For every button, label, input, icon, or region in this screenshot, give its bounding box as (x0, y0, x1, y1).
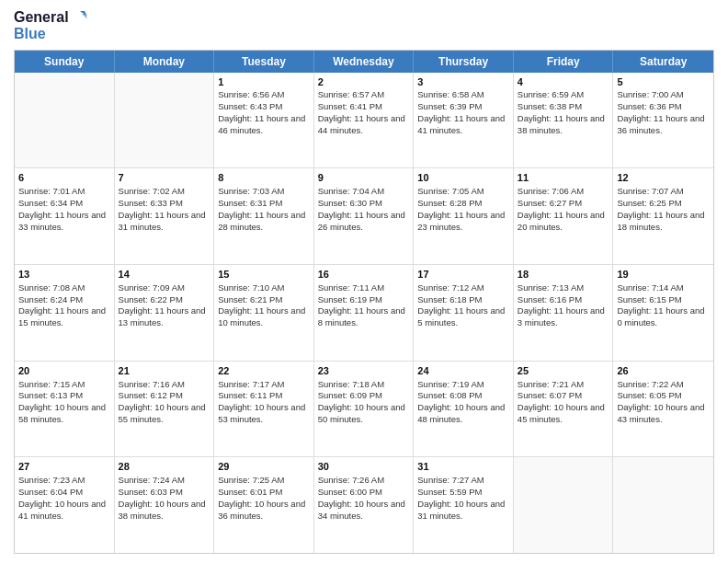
sunrise-text: Sunrise: 7:07 AM (617, 186, 683, 196)
day-number: 9 (318, 171, 410, 185)
day-number: 17 (417, 268, 509, 282)
calendar-cell: 24Sunrise: 7:19 AMSunset: 6:08 PMDayligh… (414, 362, 514, 457)
daylight-text: Daylight: 11 hours and 3 minutes. (518, 305, 605, 327)
daylight-text: Daylight: 10 hours and 34 minutes. (318, 499, 405, 521)
calendar-cell (15, 73, 115, 168)
day-number: 5 (617, 75, 710, 89)
daylight-text: Daylight: 11 hours and 15 minutes. (18, 305, 106, 327)
sunset-text: Sunset: 6:21 PM (218, 294, 282, 304)
daylight-text: Daylight: 11 hours and 18 minutes. (617, 210, 704, 232)
header-cell-tuesday: Tuesday (214, 51, 314, 73)
calendar-cell: 7Sunrise: 7:02 AMSunset: 6:33 PMDaylight… (115, 168, 215, 264)
sunrise-text: Sunrise: 7:16 AM (119, 379, 185, 389)
sunset-text: Sunset: 6:36 PM (617, 101, 681, 111)
calendar-cell: 22Sunrise: 7:17 AMSunset: 6:11 PMDayligh… (214, 362, 314, 457)
calendar-cell: 13Sunrise: 7:08 AMSunset: 6:24 PMDayligh… (15, 265, 115, 361)
calendar-cell: 12Sunrise: 7:07 AMSunset: 6:25 PMDayligh… (613, 168, 713, 264)
sunrise-text: Sunrise: 7:17 AM (218, 379, 284, 389)
calendar-cell: 3Sunrise: 6:58 AMSunset: 6:39 PMDaylight… (414, 73, 514, 168)
daylight-text: Daylight: 11 hours and 5 minutes. (417, 305, 505, 327)
logo-text-general: General (14, 9, 69, 26)
calendar-cell: 10Sunrise: 7:05 AMSunset: 6:28 PMDayligh… (414, 168, 514, 264)
sunset-text: Sunset: 6:12 PM (119, 390, 183, 400)
day-number: 23 (318, 364, 410, 378)
calendar-cell: 4Sunrise: 6:59 AMSunset: 6:38 PMDaylight… (514, 73, 614, 168)
day-number: 4 (518, 75, 609, 89)
calendar-cell: 25Sunrise: 7:21 AMSunset: 6:07 PMDayligh… (514, 362, 614, 457)
daylight-text: Daylight: 11 hours and 41 minutes. (417, 113, 505, 135)
sunset-text: Sunset: 6:34 PM (18, 198, 83, 208)
day-number: 1 (218, 75, 310, 89)
calendar-cell (514, 457, 614, 553)
day-number: 30 (318, 460, 410, 474)
header-cell-sunday: Sunday (15, 51, 115, 73)
sunrise-text: Sunrise: 7:14 AM (617, 282, 683, 293)
daylight-text: Daylight: 10 hours and 31 minutes. (417, 499, 505, 521)
sunrise-text: Sunrise: 7:19 AM (417, 379, 483, 389)
sunset-text: Sunset: 6:16 PM (518, 294, 582, 304)
sunrise-text: Sunrise: 7:26 AM (318, 475, 384, 485)
day-number: 6 (18, 171, 110, 185)
sunset-text: Sunset: 6:01 PM (218, 487, 282, 497)
calendar-cell: 30Sunrise: 7:26 AMSunset: 6:00 PMDayligh… (314, 457, 415, 553)
sunrise-text: Sunrise: 7:09 AM (119, 282, 185, 293)
calendar-cell: 19Sunrise: 7:14 AMSunset: 6:15 PMDayligh… (613, 265, 713, 361)
sunset-text: Sunset: 6:15 PM (617, 294, 681, 304)
sunrise-text: Sunrise: 7:24 AM (119, 475, 185, 485)
daylight-text: Daylight: 11 hours and 10 minutes. (218, 305, 305, 327)
page: General Blue SundayMondayTuesdayWednesda… (0, 0, 728, 563)
header-cell-saturday: Saturday (613, 51, 713, 73)
day-number: 28 (119, 460, 210, 474)
calendar-cell: 31Sunrise: 7:27 AMSunset: 5:59 PMDayligh… (414, 457, 514, 553)
sunset-text: Sunset: 6:22 PM (119, 294, 183, 304)
daylight-text: Daylight: 10 hours and 38 minutes. (119, 499, 206, 521)
logo-text-blue: Blue (14, 26, 87, 42)
daylight-text: Daylight: 11 hours and 23 minutes. (417, 210, 505, 232)
daylight-text: Daylight: 10 hours and 43 minutes. (617, 402, 704, 424)
sunrise-text: Sunrise: 7:06 AM (518, 186, 584, 196)
calendar-cell: 20Sunrise: 7:15 AMSunset: 6:13 PMDayligh… (15, 362, 115, 457)
sunrise-text: Sunrise: 7:25 AM (218, 475, 284, 485)
daylight-text: Daylight: 10 hours and 58 minutes. (18, 402, 106, 424)
calendar-cell: 17Sunrise: 7:12 AMSunset: 6:18 PMDayligh… (414, 265, 514, 361)
day-number: 3 (417, 75, 509, 89)
sunset-text: Sunset: 6:19 PM (318, 294, 382, 304)
sunrise-text: Sunrise: 7:03 AM (218, 186, 284, 196)
daylight-text: Daylight: 10 hours and 53 minutes. (218, 402, 305, 424)
daylight-text: Daylight: 10 hours and 36 minutes. (218, 499, 305, 521)
calendar-cell (613, 457, 713, 553)
sunrise-text: Sunrise: 7:12 AM (417, 282, 483, 293)
daylight-text: Daylight: 11 hours and 31 minutes. (119, 210, 206, 232)
calendar-cell (115, 73, 215, 168)
sunrise-text: Sunrise: 7:11 AM (318, 282, 384, 293)
daylight-text: Daylight: 11 hours and 33 minutes. (18, 210, 106, 232)
day-number: 7 (119, 171, 210, 185)
logo: General Blue (14, 9, 87, 42)
day-number: 31 (417, 460, 509, 474)
sunset-text: Sunset: 6:24 PM (18, 294, 83, 304)
daylight-text: Daylight: 11 hours and 0 minutes. (617, 305, 704, 327)
daylight-text: Daylight: 11 hours and 20 minutes. (518, 210, 605, 232)
calendar-cell: 28Sunrise: 7:24 AMSunset: 6:03 PMDayligh… (115, 457, 215, 553)
daylight-text: Daylight: 10 hours and 41 minutes. (18, 499, 106, 521)
calendar-body: 1Sunrise: 6:56 AMSunset: 6:43 PMDaylight… (15, 73, 713, 553)
day-number: 13 (18, 268, 110, 282)
day-number: 2 (318, 75, 410, 89)
calendar-cell: 11Sunrise: 7:06 AMSunset: 6:27 PMDayligh… (514, 168, 614, 264)
sunrise-text: Sunrise: 7:27 AM (417, 475, 483, 485)
daylight-text: Daylight: 10 hours and 55 minutes. (119, 402, 206, 424)
header-cell-thursday: Thursday (414, 51, 514, 73)
daylight-text: Daylight: 11 hours and 26 minutes. (318, 210, 405, 232)
day-number: 16 (318, 268, 410, 282)
sunrise-text: Sunrise: 6:59 AM (518, 89, 584, 99)
day-number: 14 (119, 268, 210, 282)
sunrise-text: Sunrise: 6:57 AM (318, 89, 384, 99)
daylight-text: Daylight: 11 hours and 44 minutes. (318, 113, 405, 135)
calendar-cell: 5Sunrise: 7:00 AMSunset: 6:36 PMDaylight… (613, 73, 713, 168)
daylight-text: Daylight: 10 hours and 45 minutes. (518, 402, 605, 424)
day-number: 22 (218, 364, 310, 378)
sunset-text: Sunset: 6:18 PM (417, 294, 482, 304)
sunset-text: Sunset: 6:43 PM (218, 101, 282, 111)
logo-container: General Blue (14, 9, 87, 42)
calendar-cell: 1Sunrise: 6:56 AMSunset: 6:43 PMDaylight… (214, 73, 314, 168)
